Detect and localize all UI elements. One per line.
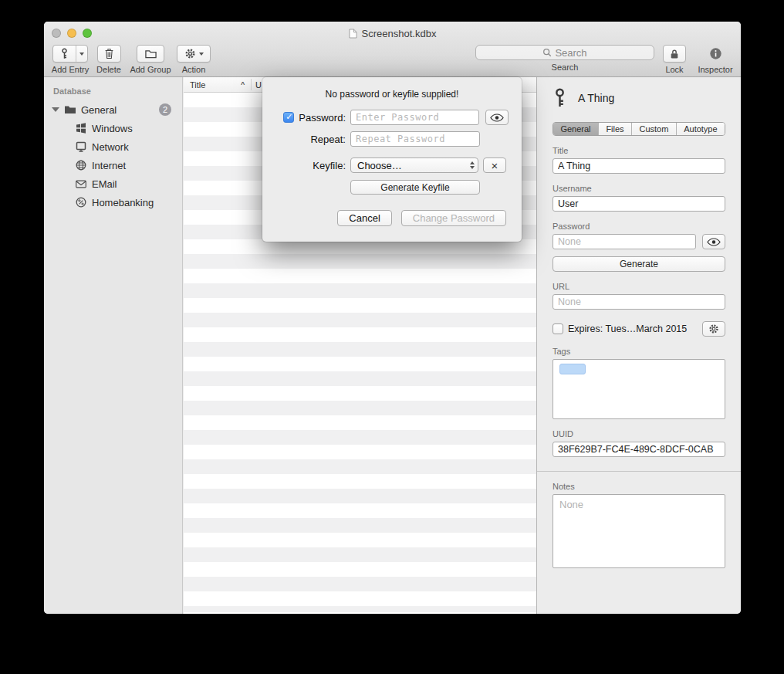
key-icon	[53, 46, 76, 62]
add-entry-label: Add Entry	[52, 65, 89, 74]
inspector-divider	[537, 471, 741, 472]
uuid-field[interactable]	[553, 442, 725, 457]
globe-icon	[75, 159, 87, 171]
disclosure-triangle-icon[interactable]	[52, 107, 59, 112]
repeat-row: Repeat:	[278, 131, 506, 147]
delete-button[interactable]	[97, 45, 121, 63]
tab-files[interactable]: Files	[598, 123, 631, 135]
sidebar-item-windows[interactable]: Windows	[44, 119, 182, 137]
entry-title: A Thing	[578, 92, 614, 104]
coin-icon	[75, 196, 87, 208]
add-group-label: Add Group	[130, 65, 171, 74]
sidebar-header: Database	[44, 83, 182, 100]
password-label: Password:	[299, 112, 346, 124]
reveal-password-button[interactable]	[485, 110, 509, 125]
repeat-password-input[interactable]	[350, 131, 480, 147]
inspector-label: Inspector	[698, 65, 732, 74]
repeat-label: Repeat:	[310, 134, 346, 145]
envelope-icon	[75, 178, 87, 190]
close-icon: ×	[492, 160, 498, 171]
sidebar-item-internet[interactable]: Internet	[44, 156, 182, 174]
desktop: { "window": { "title": "Screenshot.kdbx"…	[0, 0, 784, 674]
change-password-button[interactable]: Change Password	[401, 210, 506, 226]
inspector-header: A Thing	[553, 86, 725, 110]
count-badge: 2	[159, 103, 171, 116]
notes-label: Notes	[553, 482, 725, 491]
reveal-password-button[interactable]	[702, 234, 725, 249]
windows-icon	[75, 122, 87, 134]
tags-label: Tags	[553, 347, 725, 356]
toolbar-item-add-group: Add Group	[126, 45, 175, 74]
lock-button[interactable]	[663, 45, 686, 63]
url-field[interactable]	[553, 294, 725, 310]
lock-icon	[670, 49, 679, 59]
action-button[interactable]	[177, 45, 211, 63]
password-label: Password	[553, 222, 725, 231]
zoom-button[interactable]	[83, 29, 92, 38]
eye-icon	[490, 113, 504, 122]
column-divider[interactable]	[251, 79, 252, 90]
expires-checkbox[interactable]	[553, 323, 563, 334]
info-icon	[709, 47, 722, 60]
key-icon	[553, 88, 567, 108]
password-checkbox[interactable]	[283, 112, 294, 123]
toolbar-item-add-entry: Add Entry	[49, 45, 92, 74]
expires-settings-button[interactable]	[702, 321, 725, 337]
sidebar-item-general[interactable]: General 2	[44, 100, 182, 119]
title-field[interactable]	[553, 158, 725, 174]
keyfile-popup[interactable]: Choose…	[350, 157, 478, 173]
generate-password-button[interactable]: Generate	[553, 256, 725, 272]
notes-field[interactable]: None	[553, 494, 725, 568]
tag-chip[interactable]	[559, 364, 586, 374]
chevron-down-icon	[199, 52, 204, 56]
add-entry-button[interactable]	[52, 45, 88, 63]
sidebar-item-label: Windows	[92, 123, 133, 134]
eye-icon	[707, 238, 721, 246]
clear-keyfile-button[interactable]: ×	[483, 157, 506, 173]
minimize-button[interactable]	[67, 29, 76, 38]
chevron-down-icon[interactable]	[76, 46, 87, 62]
generate-keyfile-button[interactable]: Generate Keyfile	[350, 180, 480, 195]
username-field[interactable]	[553, 196, 725, 212]
inspector-tabs: General Files Custom Autotype	[553, 122, 725, 136]
keyfile-value: Choose…	[357, 160, 470, 171]
title-label: Title	[553, 146, 725, 155]
tab-autotype[interactable]: Autotype	[676, 123, 725, 135]
tab-general[interactable]: General	[553, 123, 598, 135]
change-password-dialog: No password or keyfile supplied! Passwor…	[262, 77, 522, 242]
tab-custom[interactable]: Custom	[631, 123, 676, 135]
search-input[interactable]: Search	[475, 45, 654, 60]
sidebar: Database General 2 Windows Network	[44, 77, 183, 614]
popup-stepper-icon	[470, 161, 475, 169]
column-header-title[interactable]: Title	[190, 80, 205, 90]
sidebar-item-label: EMail	[92, 178, 117, 190]
enter-password-input[interactable]	[350, 110, 479, 125]
sidebar-item-email[interactable]: EMail	[44, 174, 182, 193]
column-header-username[interactable]: U	[255, 80, 262, 90]
sidebar-item-label: Network	[92, 141, 129, 153]
search-label: Search	[552, 63, 579, 72]
password-field[interactable]	[553, 234, 696, 249]
gear-icon	[184, 48, 196, 59]
sidebar-item-label: General	[81, 104, 117, 116]
sidebar-item-label: Homebanking	[92, 197, 154, 208]
lock-label: Lock	[665, 65, 683, 74]
network-icon	[75, 141, 87, 153]
toolbar-item-delete: Delete	[92, 45, 126, 74]
cancel-button[interactable]: Cancel	[337, 210, 391, 226]
sidebar-item-network[interactable]: Network	[44, 137, 182, 156]
search-placeholder: Search	[555, 47, 586, 59]
tags-field[interactable]	[553, 359, 725, 419]
inspector-button[interactable]	[709, 45, 722, 63]
password-row: Password:	[278, 110, 506, 125]
window-chrome: Screenshot.kdbx Add Entry Delete	[44, 22, 741, 77]
toolbar-item-lock: Lock	[659, 45, 690, 74]
app-window: Screenshot.kdbx Add Entry Delete	[44, 22, 741, 614]
keyfile-row: Keyfile: Choose… ×	[278, 157, 506, 173]
url-label: URL	[553, 282, 725, 291]
window-title: Screenshot.kdbx	[362, 28, 437, 39]
add-group-button[interactable]	[137, 45, 164, 63]
sidebar-item-homebanking[interactable]: Homebanking	[44, 193, 182, 212]
close-button[interactable]	[52, 29, 61, 38]
uuid-label: UUID	[553, 429, 725, 439]
